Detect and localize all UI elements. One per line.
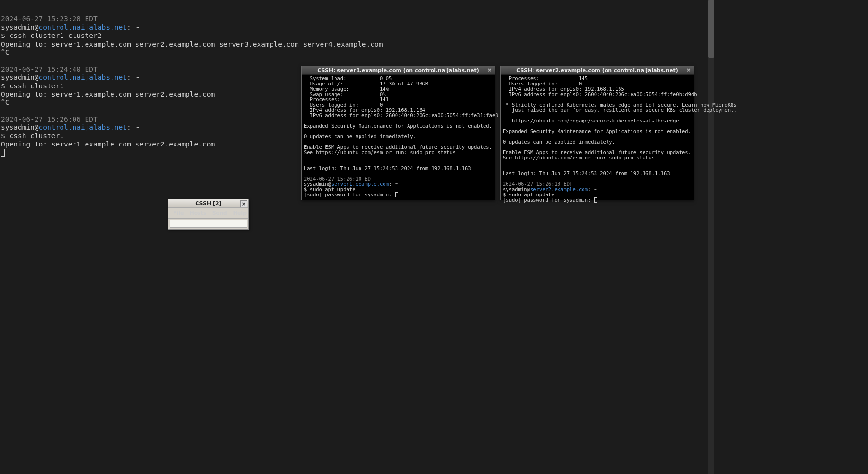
prompt-host: control.naijalabs.net — [39, 24, 127, 31]
cssh-menubar: File Hosts Send Help — [168, 208, 248, 219]
menu-hosts[interactable]: Hosts — [187, 209, 210, 217]
cssh-titlebar[interactable]: CSSH [2] × — [168, 199, 248, 208]
ssh-titlebar[interactable]: CSSH: server2.example.com (on control.na… — [501, 66, 694, 75]
close-icon[interactable]: × — [240, 200, 247, 207]
motd-line: Expanded Security Maintenance for Applic… — [503, 128, 691, 134]
ssh-title: CSSH: server1.example.com (on control.na… — [317, 67, 479, 73]
cssh-title: CSSH [2] — [195, 200, 221, 207]
ssh-body[interactable]: Processes: 145 Users logged in: 0 IPv4 a… — [501, 75, 694, 205]
prompt-host: control.naijalabs.net — [39, 123, 127, 131]
motd-line: https://ubuntu.com/engage/secure-kuberne… — [503, 118, 679, 123]
last-login: Last login: Thu Jun 27 15:24:53 2024 fro… — [503, 170, 670, 176]
cssh-command-input[interactable] — [170, 220, 247, 228]
ssh-window-server1[interactable]: CSSH: server1.example.com (on control.na… — [301, 66, 495, 200]
cursor-icon — [395, 192, 398, 197]
motd-line: See https://ubuntu.com/esm or run: sudo … — [503, 155, 655, 160]
scrollbar-thumb[interactable] — [708, 0, 714, 58]
command-text: cssh cluster1 — [9, 82, 64, 90]
prompt-user: sysadmin — [1, 24, 35, 31]
prompt-path: ~ — [395, 181, 398, 187]
motd-line: Expanded Security Maintenance for Applic… — [304, 123, 492, 129]
terminal-scrollbar[interactable] — [708, 0, 714, 474]
prompt-path: ~ — [135, 73, 139, 81]
prompt-host: control.naijalabs.net — [39, 73, 127, 81]
menu-help[interactable]: Help — [230, 209, 249, 217]
last-login: Last login: Thu Jun 27 15:24:53 2024 fro… — [304, 165, 471, 171]
menu-file[interactable]: File — [170, 209, 187, 217]
ssh-title: CSSH: server2.example.com (on control.na… — [516, 67, 678, 73]
command-text: cssh cluster1 cluster2 — [9, 32, 101, 39]
ssh-titlebar[interactable]: CSSH: server1.example.com (on control.na… — [302, 66, 495, 75]
motd-line: IPv6 address for enp1s0: 2600:4040:206c:… — [503, 91, 697, 97]
command-text: cssh cluster1 — [9, 132, 64, 140]
interrupt: ^C — [1, 98, 9, 106]
motd-line: 0 updates can be applied immediately. — [503, 139, 615, 145]
ssh-body[interactable]: System load: 0.05 Usage of /: 17.3% of 4… — [302, 75, 495, 199]
output-text: Opening to: server1.example.com server2.… — [1, 140, 215, 148]
prompt-path: ~ — [594, 186, 597, 192]
close-icon[interactable]: × — [685, 67, 692, 73]
sudo-prompt: [sudo] password for sysadmin: — [503, 197, 594, 203]
motd-line: just raised the bar for easy, resilient … — [503, 107, 737, 113]
prompt-user: sysadmin — [1, 73, 35, 81]
cursor-icon — [594, 197, 597, 203]
timestamp: 2024-06-27 15:26:06 EDT — [1, 115, 98, 123]
close-icon[interactable]: × — [486, 67, 493, 73]
menu-send[interactable]: Send — [210, 209, 230, 217]
cssh-control-window[interactable]: CSSH [2] × File Hosts Send Help — [168, 199, 249, 230]
motd-line: See https://ubuntu.com/esm or run: sudo … — [304, 149, 456, 155]
motd-line: 0 updates can be applied immediately. — [304, 134, 416, 139]
timestamp: 2024-06-27 15:23:28 EDT — [1, 15, 98, 23]
timestamp: 2024-06-27 15:24:40 EDT — [1, 65, 98, 73]
motd-line: IPv6 address for enp1s0: 2600:4040:206c:… — [304, 112, 498, 118]
prompt-user: sysadmin — [1, 123, 35, 131]
prompt-path: ~ — [135, 123, 139, 131]
cursor-icon — [1, 149, 5, 157]
sudo-prompt: [sudo] password for sysadmin: — [304, 192, 395, 197]
ssh-window-server2[interactable]: CSSH: server2.example.com (on control.na… — [500, 66, 694, 200]
interrupt: ^C — [1, 49, 9, 56]
output-text: Opening to: server1.example.com server2.… — [1, 90, 215, 98]
prompt-path: ~ — [135, 24, 139, 31]
output-text: Opening to: server1.example.com server2.… — [1, 40, 383, 48]
